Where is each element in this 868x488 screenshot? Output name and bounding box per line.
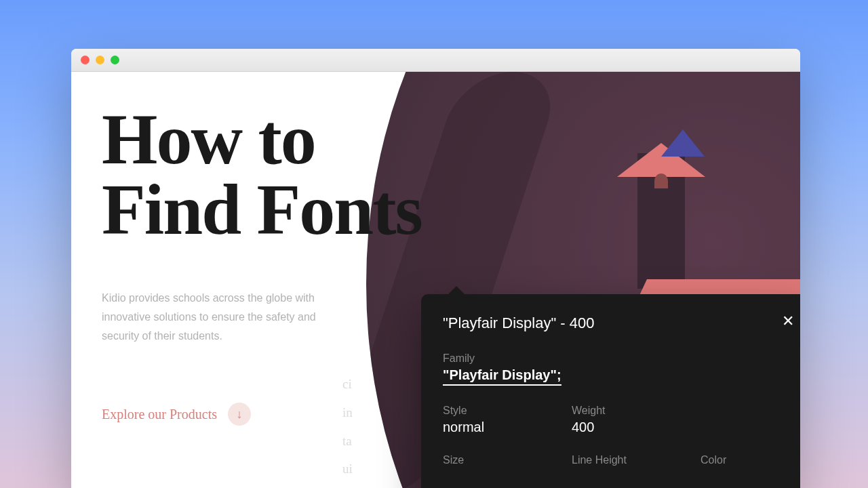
zoom-icon[interactable] [111, 56, 119, 64]
font-inspector-popover: "Playfair Display" - 400 ✕ Family "Playf… [421, 294, 800, 488]
close-icon[interactable] [81, 56, 90, 64]
family-label: Family [443, 352, 790, 365]
titlebar [71, 49, 800, 72]
background-faded-text: ci in ta ui [342, 370, 353, 483]
arrow-down-icon: ↓ [228, 403, 251, 426]
popover-title: "Playfair Display" - 400 [443, 314, 790, 332]
headline-line: How to [102, 100, 315, 179]
headline-line: Find Fonts [102, 170, 422, 249]
hero-description: Kidio provides schools across the globe … [102, 289, 346, 346]
color-label: Color [701, 454, 782, 466]
line-height-label: Line Height [572, 454, 653, 466]
cta-label: Explore our Products [102, 407, 217, 422]
family-value[interactable]: "Playfair Display"; [443, 367, 561, 386]
weight-value: 400 [572, 420, 653, 435]
close-icon[interactable]: ✕ [782, 312, 794, 330]
page-content: How to Find Fonts Kidio provides schools… [71, 72, 800, 488]
illustration-tower-roof [617, 129, 705, 177]
page-title: How to Find Fonts [102, 104, 422, 245]
weight-label: Weight [572, 405, 653, 417]
explore-products-link[interactable]: Explore our Products ↓ [102, 403, 251, 426]
app-window: How to Find Fonts Kidio provides schools… [71, 49, 800, 488]
style-label: Style [443, 405, 524, 417]
style-value: normal [443, 420, 524, 435]
illustration-bell [654, 174, 668, 188]
minimize-icon[interactable] [96, 56, 104, 64]
size-label: Size [443, 454, 524, 466]
